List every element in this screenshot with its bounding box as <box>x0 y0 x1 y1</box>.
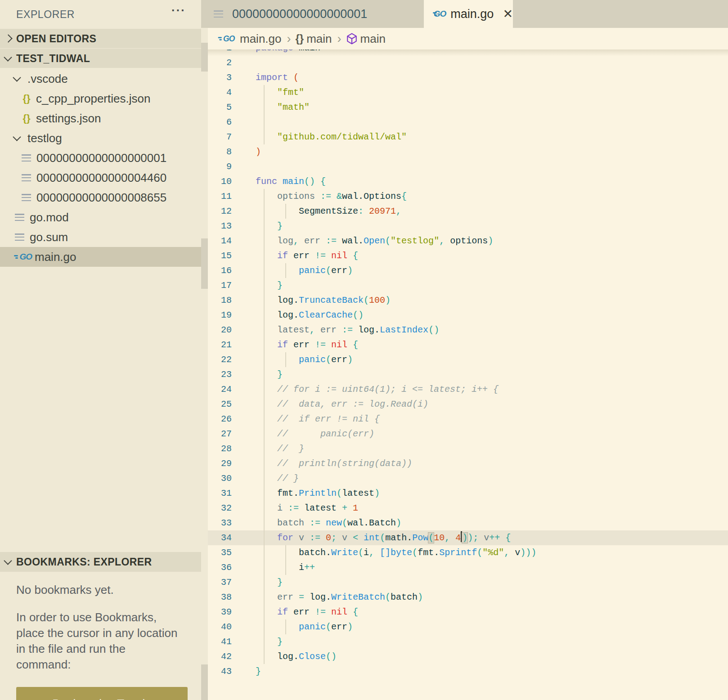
code-line[interactable]: 39 if err != nil { <box>208 605 728 619</box>
code-text: i := latest + 1 <box>256 501 358 516</box>
code-line[interactable]: 5 "math" <box>208 100 728 115</box>
close-icon[interactable]: ✕ <box>503 7 513 21</box>
code-line[interactable]: 6 <box>208 115 728 130</box>
code-line[interactable]: 41 } <box>208 634 728 649</box>
line-number: 18 <box>208 293 232 308</box>
code-text: panic(err) <box>256 352 353 367</box>
more-actions-icon[interactable]: ··· <box>171 4 186 18</box>
code-line[interactable]: 11 options := &wal.Options{ <box>208 189 728 204</box>
code-line[interactable]: 10func main() { <box>208 174 728 189</box>
code-text: } <box>256 367 283 382</box>
code-line[interactable]: 28 // } <box>208 441 728 456</box>
line-number: 32 <box>208 501 232 516</box>
bookmarks-help-line: In order to use Bookmarks, <box>16 610 177 625</box>
code-text: latest, err := log.LastIndex() <box>256 323 439 337</box>
indent-guide <box>285 204 286 219</box>
code-text: for v := 0; v < int(math.Pow(10, 4)); v+… <box>256 530 511 545</box>
code-text: "fmt" <box>256 85 304 100</box>
file-list-icon <box>22 154 31 162</box>
code-text: if err != nil { <box>256 605 358 619</box>
bookmarks-toggle-button[interactable]: Bookmarks: Toggle <box>16 687 188 700</box>
file-list-icon <box>22 174 31 182</box>
tree-item-label: 00000000000000008655 <box>36 191 166 205</box>
breadcrumb-separator: › <box>337 32 342 46</box>
line-number: 30 <box>208 471 232 486</box>
code-line[interactable]: 13 } <box>208 219 728 233</box>
json-icon: {} <box>21 93 32 104</box>
code-line[interactable]: 21 if err != nil { <box>208 337 728 352</box>
section-bookmarks[interactable]: BOOKMARKS: EXPLORER <box>0 552 201 572</box>
code-line[interactable]: 19 log.ClearCache() <box>208 308 728 323</box>
code-line[interactable]: 17 } <box>208 278 728 293</box>
file-list-icon <box>15 214 24 221</box>
tree-item-main-go[interactable]: GOmain.go <box>0 247 215 267</box>
code-line[interactable]: 27 // panic(err) <box>208 426 728 441</box>
code-line[interactable]: 7 "github.com/tidwall/wal" <box>208 130 728 144</box>
code-line[interactable]: 33 batch := new(wal.Batch) <box>208 516 728 530</box>
tree-item-go-sum[interactable]: go.sum <box>0 227 215 247</box>
code-line[interactable]: 15 if err != nil { <box>208 248 728 263</box>
line-number: 9 <box>208 159 232 174</box>
indent-guide <box>264 189 265 664</box>
file-list-icon <box>22 194 31 202</box>
code-text: panic(err) <box>256 263 353 278</box>
breadcrumb-file[interactable]: main.go <box>240 32 282 46</box>
code-line[interactable]: 23 } <box>208 367 728 382</box>
bookmarks-help-line: in the file and run the <box>16 641 177 657</box>
code-line[interactable]: 8) <box>208 144 728 159</box>
line-number: 6 <box>208 115 232 130</box>
tree-item-00000000000000004460[interactable]: 00000000000000004460 <box>0 168 222 188</box>
code-line[interactable]: 42 log.Close() <box>208 649 728 664</box>
tree-item-label: go.sum <box>30 230 68 244</box>
bookmarks-help-text: In order to use Bookmarks,place the curs… <box>16 610 177 673</box>
section-workspace[interactable]: TEST_TIDWAL <box>0 49 201 68</box>
code-line[interactable]: 2 <box>208 55 728 70</box>
code-line[interactable]: 3import ( <box>208 70 728 85</box>
code-line[interactable]: 43} <box>208 664 728 679</box>
tab-segment-file[interactable]: 00000000000000000001 <box>201 0 424 28</box>
code-line[interactable]: 32 i := latest + 1 <box>208 501 728 516</box>
code-line[interactable]: 24 // for i := uint64(1); i <= latest; i… <box>208 382 728 397</box>
breadcrumb: GO main.go › {} main › main <box>208 28 728 49</box>
line-number: 42 <box>208 649 232 664</box>
tree-item-label: go.mod <box>30 211 69 224</box>
decoration-block <box>201 664 208 700</box>
tree-item-testlog[interactable]: testlog <box>0 128 201 148</box>
tab-main-go[interactable]: GO main.go ✕ <box>424 0 513 28</box>
line-number: 26 <box>208 412 232 426</box>
code-line[interactable]: 31 fmt.Println(latest) <box>208 486 728 501</box>
tree-item-go-mod[interactable]: go.mod <box>0 207 215 227</box>
code-line[interactable]: 29 // println(string(data)) <box>208 456 728 471</box>
code-line[interactable]: 20 latest, err := log.LastIndex() <box>208 323 728 337</box>
chevron-right-icon <box>4 34 12 42</box>
code-line[interactable]: 9 <box>208 159 728 174</box>
tree-item-c-cpp-properties-json[interactable]: {}c_cpp_properties.json <box>0 89 222 108</box>
tree-item-settings-json[interactable]: {}settings.json <box>0 108 222 128</box>
editor-decoration-strip[interactable] <box>201 28 208 700</box>
section-open-editors[interactable]: OPEN EDITORS <box>0 29 201 48</box>
tree-item-00000000000000000001[interactable]: 00000000000000000001 <box>0 148 222 168</box>
code-line[interactable]: 26 // if err != nil { <box>208 412 728 426</box>
line-number: 21 <box>208 337 232 352</box>
code-text <box>256 55 261 70</box>
chevron-down-icon <box>4 556 12 565</box>
code-text: import ( <box>256 70 299 85</box>
tree-item-00000000000000008655[interactable]: 00000000000000008655 <box>0 188 222 207</box>
line-number: 38 <box>208 590 232 605</box>
code-line[interactable]: 30 // } <box>208 471 728 486</box>
code-line[interactable]: 34 for v := 0; v < int(math.Pow(10, 4));… <box>208 530 728 545</box>
tree-item--vscode[interactable]: .vscode <box>0 69 201 89</box>
tree-item-label: settings.json <box>36 112 101 126</box>
indent-guide <box>264 85 265 144</box>
code-line[interactable]: 14 log, err := wal.Open("testlog", optio… <box>208 233 728 248</box>
breadcrumb-symbol[interactable]: main <box>360 32 386 46</box>
code-line[interactable]: 37 } <box>208 575 728 590</box>
breadcrumb-symbol[interactable]: main <box>306 32 332 46</box>
code-editor[interactable]: 1package main2 3import (4 "fmt"5 "math"6… <box>208 28 728 700</box>
code-text: "github.com/tidwall/wal" <box>256 130 407 144</box>
code-line[interactable]: 4 "fmt" <box>208 85 728 100</box>
code-line[interactable]: 25 // data, err := log.Read(i) <box>208 397 728 412</box>
code-line[interactable]: 38 err = log.WriteBatch(batch) <box>208 590 728 605</box>
code-line[interactable]: 18 log.TruncateBack(100) <box>208 293 728 308</box>
line-number: 12 <box>208 204 232 219</box>
